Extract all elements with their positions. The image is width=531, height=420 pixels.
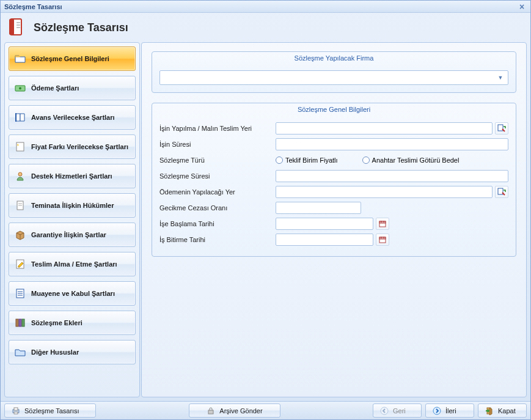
radio-icon [276,157,283,164]
close-button[interactable]: Kapat [478,403,527,418]
svg-rect-21 [22,319,24,326]
edit-icon [14,258,26,270]
input-odeme-yeri[interactable] [276,186,493,198]
door-icon [485,406,494,416]
sidebar-item-label: Destek Hizmetleri Şartları [31,172,130,180]
close-icon[interactable]: × [517,2,527,12]
sidebar-item-label: Sözleşme Genel Bilgileri [31,55,130,62]
label-baslama-tarihi: İşe Başlama Tarihi [159,220,276,227]
box-icon [14,229,26,241]
svg-point-37 [433,407,441,414]
back-button[interactable]: Geri [373,403,422,418]
date-picker-button[interactable] [376,218,389,230]
sidebar-item-muayene[interactable]: Muayene ve Kabul Şartları [9,281,136,306]
sidebar-item-fiyat-farki[interactable]: Fiyat Farkı Verilecekse Şartları [9,134,136,159]
footer: Sözleşme Tasarısı Arşive Gönder Geri İle… [1,401,530,419]
contract-icon [8,18,27,37]
group-firma: Sözleşme Yapılacak Firma ▼ [152,51,516,93]
lock-icon [206,406,216,416]
page-title: Sözleşme Tasarısı [34,21,128,34]
sidebar-item-label: Teslim Alma / Etme Şartları [31,260,130,268]
sidebar-item-ekler[interactable]: Sözleşme Ekleri [9,311,136,335]
radio-icon [362,157,370,164]
sidebar-item-label: Fiyat Farkı Verilecekse Şartları [31,143,130,150]
sidebar-item-teminat[interactable]: Teminata İlişkin Hükümler [9,193,136,218]
label-gecikme-cezasi: Gecikme Cezası Oranı [159,204,276,212]
group-title-firma: Sözleşme Yapılacak Firma [152,52,516,65]
sidebar-item-destek[interactable]: Destek Hizmetleri Şartları [9,164,136,188]
body: Sözleşme Genel Bilgileri Ödeme Şartları … [1,42,530,401]
svg-rect-29 [379,237,386,239]
sidebar-item-label: Ödeme Şartları [31,84,130,92]
calendar-icon [378,219,387,228]
folder-icon [14,53,26,65]
label-teslim-yeri: İşin Yapılma / Malın Teslim Yeri [159,125,276,132]
header: Sözleşme Tasarısı [1,13,530,42]
date-picker-button[interactable] [376,234,389,246]
lookup-button[interactable] [495,122,508,134]
button-label: Geri [393,407,406,414]
sidebar-item-diger[interactable]: Diğer Hususlar [9,340,136,364]
button-label: Arşive Gönder [219,407,262,414]
input-sozlesme-suresi[interactable] [276,170,508,182]
radio-teklif-birim[interactable]: Teklif Birim Fiyatlı [276,157,338,164]
button-label: Kapat [498,407,516,414]
books-icon [14,317,26,329]
sidebar-item-label: Diğer Hususlar [31,348,130,356]
window-title: Sözleşme Tasarısı [4,3,62,10]
label-isin-suresi: İşin Süresi [159,141,276,148]
group-genel: Sözleşme Genel Bilgileri İşin Yapılma / … [152,103,516,257]
svg-point-36 [381,407,388,414]
money-icon [14,82,26,94]
chevron-down-icon: ▼ [496,73,505,83]
next-button[interactable]: İleri [425,403,474,418]
sidebar-item-label: Garantiye İlişkin Şartlar [31,231,130,238]
arrow-left-icon [379,406,389,416]
svg-rect-23 [498,188,503,194]
sidebar-item-label: Teminata İlişkin Hükümler [31,202,130,209]
note-star-icon [14,141,26,153]
archive-button[interactable]: Arşive Gönder [189,403,280,418]
print-button[interactable]: Sözleşme Tasarısı [4,403,96,418]
radio-anahtar-teslimi[interactable]: Anahtar Teslimi Götürü Bedel [362,157,460,164]
sidebar-item-garanti[interactable]: Garantiye İlişkin Şartlar [9,223,136,247]
svg-rect-33 [14,408,18,410]
input-baslama-tarihi[interactable] [276,218,373,230]
input-bitirme-tarihi[interactable] [276,234,373,246]
radio-label: Teklif Birim Fiyatlı [285,157,338,164]
svg-rect-19 [16,319,18,326]
input-gecikme-cezasi[interactable] [276,202,361,214]
svg-rect-34 [14,412,18,414]
sidebar-item-odeme-sartlari[interactable]: Ödeme Şartları [9,76,136,100]
sidebar-item-label: Avans Verilecekse Şartları [31,114,130,121]
sidebar-item-teslim[interactable]: Teslim Alma / Etme Şartları [9,252,136,276]
book-icon [14,111,26,123]
label-odeme-yeri: Ödemenin Yapılacağı Yer [159,188,276,196]
label-bitirme-tarihi: İş Bitirme Tarihi [159,236,276,243]
lookup-icon [497,188,506,196]
group-title-genel: Sözleşme Genel Bilgileri [152,103,516,117]
sidebar-item-avans[interactable]: Avans Verilecekse Şartları [9,105,136,130]
person-icon [14,170,26,182]
folder-icon [14,346,26,358]
button-label: Sözleşme Tasarısı [24,407,79,414]
firma-dropdown[interactable]: ▼ [159,70,508,85]
svg-rect-25 [379,221,386,223]
input-teslim-yeri[interactable] [276,122,493,134]
svg-rect-8 [16,142,24,151]
input-isin-suresi[interactable] [276,138,508,150]
svg-point-10 [18,172,22,176]
sidebar-item-genel-bilgiler[interactable]: Sözleşme Genel Bilgileri [9,46,136,71]
main-panel: Sözleşme Yapılacak Firma ▼ Sözleşme Gene… [141,42,527,397]
printer-icon [11,406,21,416]
sidebar: Sözleşme Genel Bilgileri Ödeme Şartları … [4,42,140,397]
sidebar-item-label: Sözleşme Ekleri [31,319,130,326]
window: Sözleşme Tasarısı × Sözleşme Tasarısı Sö… [0,0,531,420]
svg-rect-1 [9,19,14,35]
radio-label: Anahtar Teslimi Götürü Bedel [372,157,460,164]
arrow-right-icon [432,406,442,416]
label-sozlesme-suresi: Sözleşme Süresi [159,172,276,180]
lookup-icon [497,124,506,133]
lookup-button[interactable] [495,186,508,198]
label-sozlesme-turu: Sözleşme Türü [159,157,276,164]
